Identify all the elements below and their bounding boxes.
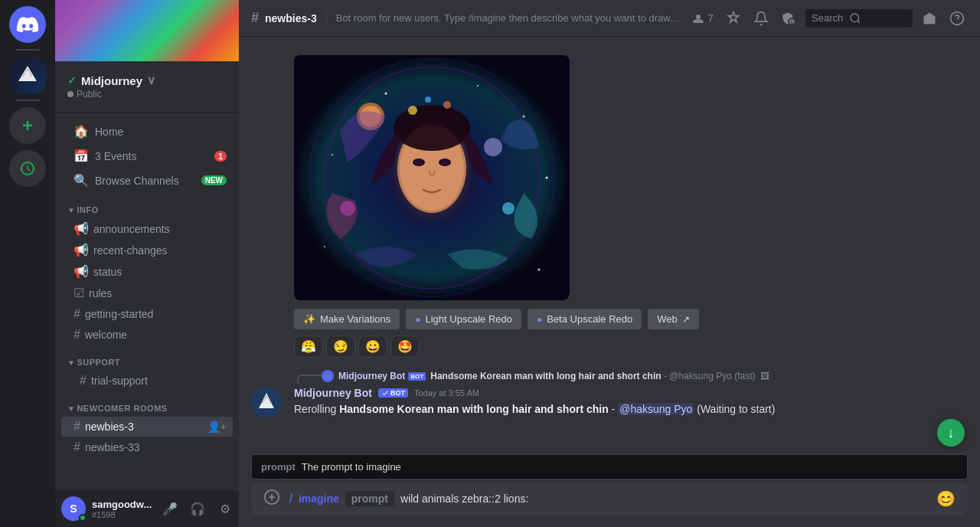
reaction-heart-eyes[interactable]: 🤩 bbox=[390, 336, 420, 358]
member-count[interactable]: 7 bbox=[689, 9, 717, 28]
command-value-input[interactable] bbox=[400, 493, 927, 505]
add-server-button[interactable]: + bbox=[9, 107, 46, 144]
category-newcomer[interactable]: ▼ NEWCOMER ROOMS bbox=[55, 391, 239, 416]
message-group-bot: Midjourney Bot BOT Today at 3:55 AM Rero… bbox=[251, 387, 968, 417]
reaction-smirk[interactable]: 😏 bbox=[326, 336, 355, 358]
announcement-icon-2: 📢 bbox=[74, 243, 89, 257]
svg-point-24 bbox=[324, 246, 325, 247]
nav-item-events[interactable]: 📅 3 Events 1 bbox=[61, 144, 233, 168]
channel-getting-started[interactable]: # getting-started bbox=[61, 304, 233, 324]
channel-announcements[interactable]: 📢 announcements bbox=[61, 218, 233, 239]
prompt-tooltip: prompt The prompt to imagine bbox=[251, 454, 968, 480]
home-server-icon[interactable] bbox=[9, 6, 46, 43]
newcomer-arrow: ▼ bbox=[67, 404, 75, 413]
channel-recent-changes[interactable]: 📢 recent-changes bbox=[61, 240, 233, 260]
image-attachment bbox=[294, 55, 570, 300]
message-text-bot: Rerolling Handsome Korean man with long … bbox=[294, 402, 968, 417]
settings-button[interactable]: ⚙ bbox=[213, 496, 237, 521]
headphones-button[interactable]: 🎧 bbox=[185, 496, 210, 521]
channel-newbies-3[interactable]: # newbies-3 👤+ bbox=[61, 417, 233, 437]
nav-item-home[interactable]: 🏠 Home bbox=[61, 119, 233, 143]
reply-author: Midjourney Bot BOT bbox=[338, 371, 426, 381]
add-member-icon[interactable]: 👤+ bbox=[207, 421, 227, 433]
channel-status[interactable]: 📢 status bbox=[61, 261, 233, 282]
browse-icon: 🔍 bbox=[74, 173, 89, 188]
rules-icon: ☑ bbox=[74, 286, 84, 300]
status-dot bbox=[67, 91, 74, 97]
action-buttons: ✨ Make Variations ● Light Upscale Redo ●… bbox=[294, 309, 968, 329]
channel-header: # newbies-3 bbox=[251, 10, 317, 26]
reply-bot-tag: BOT bbox=[408, 372, 426, 381]
server-name: ✓ Midjourney ∨ bbox=[67, 74, 155, 87]
beta-upscale-redo-button[interactable]: ● Beta Upscale Redo bbox=[528, 309, 642, 329]
reaction-angry[interactable]: 😤 bbox=[294, 336, 323, 358]
message-spacer bbox=[251, 49, 282, 358]
add-attachment-icon[interactable] bbox=[260, 486, 283, 512]
command-name: imagine bbox=[299, 493, 339, 505]
verified-icon: ✓ bbox=[67, 74, 77, 87]
file-icon: 🖼 bbox=[760, 371, 769, 381]
search-bar[interactable]: Search bbox=[805, 9, 913, 28]
hash-icon-2: # bbox=[74, 328, 80, 342]
top-bar-actions: 7 Search bbox=[689, 8, 968, 29]
midjourney-server-icon[interactable] bbox=[9, 57, 46, 93]
bot-author-name: Midjourney Bot bbox=[294, 387, 372, 399]
reply-avatar: M bbox=[322, 370, 334, 382]
username: samgoodw... bbox=[92, 499, 152, 510]
input-area: prompt The prompt to imagine / imagine p… bbox=[239, 454, 980, 527]
user-discriminator: #1598 bbox=[92, 510, 152, 519]
web-button[interactable]: Web ↗ bbox=[648, 309, 699, 329]
command-display[interactable]: / imagine prompt bbox=[289, 483, 927, 515]
category-info[interactable]: ▼ INFO bbox=[55, 193, 239, 218]
server-status: Public bbox=[67, 89, 155, 100]
svg-point-22 bbox=[332, 154, 333, 155]
channel-rules[interactable]: ☑ rules bbox=[61, 283, 233, 303]
hash-icon-3: # bbox=[80, 374, 87, 388]
user-controls: 🎤 🎧 ⚙ bbox=[158, 496, 237, 521]
category-support[interactable]: ▼ SUPPORT bbox=[55, 345, 239, 370]
reply-content: M Midjourney Bot BOT Handsome Korean man… bbox=[322, 370, 769, 382]
external-link-icon: ↗ bbox=[682, 314, 690, 325]
channel-welcome[interactable]: # welcome bbox=[61, 325, 233, 345]
channel-sidebar: ✓ Midjourney ∨ Public 🏠 Home 📅 3 Events … bbox=[55, 0, 239, 527]
scroll-to-bottom-button[interactable]: ↓ bbox=[937, 419, 965, 447]
variations-icon: ✨ bbox=[303, 313, 315, 325]
make-variations-button[interactable]: ✨ Make Variations bbox=[294, 309, 400, 329]
light-upscale-redo-button[interactable]: ● Light Upscale Redo bbox=[406, 309, 521, 329]
nav-item-browse[interactable]: 🔍 Browse Channels NEW bbox=[61, 169, 233, 192]
category-arrow: ▼ bbox=[67, 206, 75, 214]
pin-icon[interactable] bbox=[723, 8, 744, 29]
inbox-icon[interactable] bbox=[919, 8, 940, 29]
server-divider-2 bbox=[15, 100, 40, 101]
server-banner bbox=[55, 0, 239, 61]
svg-point-25 bbox=[538, 269, 541, 271]
attachment-image bbox=[294, 55, 570, 300]
server-header[interactable]: ✓ Midjourney ∨ Public bbox=[55, 61, 239, 113]
reaction-grin[interactable]: 😀 bbox=[358, 336, 387, 358]
online-status bbox=[79, 514, 87, 522]
server-icons-sidebar: + bbox=[0, 0, 55, 527]
help-icon[interactable] bbox=[946, 8, 968, 29]
user-avatar: S bbox=[61, 496, 86, 521]
notification-icon[interactable] bbox=[750, 8, 772, 29]
emoji-picker-icon[interactable]: 😊 bbox=[933, 486, 959, 511]
announcement-icon: 📢 bbox=[74, 221, 89, 236]
header-divider bbox=[326, 9, 327, 28]
explore-servers-button[interactable] bbox=[9, 150, 46, 187]
beta-upscale-icon: ● bbox=[537, 314, 542, 325]
bot-avatar bbox=[251, 387, 282, 417]
microphone-button[interactable]: 🎤 bbox=[158, 496, 182, 521]
channel-trial-support[interactable]: # trial-support bbox=[61, 371, 233, 391]
user-bar: S samgoodw... #1598 🎤 🎧 ⚙ bbox=[55, 490, 239, 527]
hash-icon-5: # bbox=[74, 440, 80, 454]
bot-message-content: Midjourney Bot BOT Today at 3:55 AM Rero… bbox=[294, 387, 968, 417]
messages-area[interactable]: ✨ Make Variations ● Light Upscale Redo ●… bbox=[239, 37, 980, 454]
command-slash: / bbox=[289, 493, 292, 505]
members-list-icon[interactable] bbox=[778, 8, 799, 29]
support-arrow: ▼ bbox=[67, 358, 75, 367]
channel-newbies-33[interactable]: # newbies-33 bbox=[61, 437, 233, 457]
user-info: samgoodw... #1598 bbox=[92, 499, 152, 519]
search-icon bbox=[849, 12, 861, 25]
bot-verified-icon: BOT bbox=[378, 388, 408, 398]
svg-point-17 bbox=[441, 160, 449, 165]
